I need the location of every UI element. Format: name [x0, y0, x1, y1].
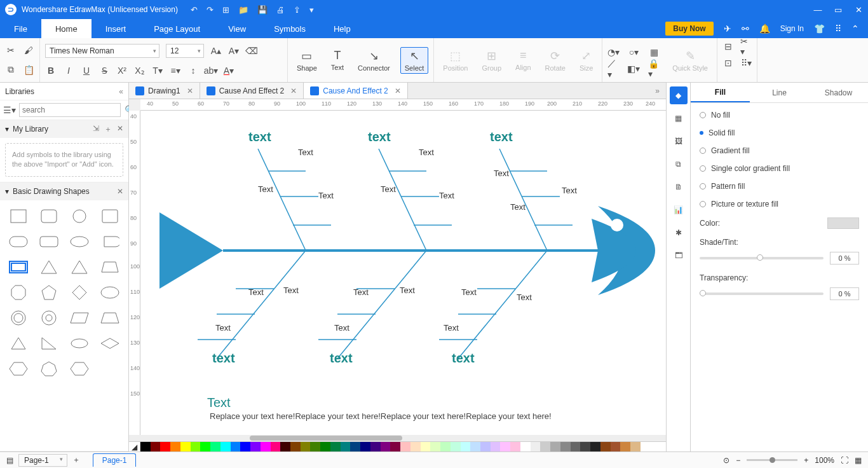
import-icon[interactable]: ⇲	[93, 124, 99, 135]
tab-close-icon[interactable]: ✕	[290, 86, 297, 95]
send-icon[interactable]: ✈	[724, 24, 731, 34]
copy-icon[interactable]: ⧉	[5, 64, 17, 76]
share-icon[interactable]: ⚯	[742, 24, 749, 34]
sub-text[interactable]: Text	[494, 169, 509, 178]
shape-tool[interactable]: ▭Shape	[293, 48, 321, 73]
chevron-down-icon[interactable]: ▾	[5, 125, 9, 134]
menu-home[interactable]: Home	[41, 19, 92, 38]
zoom-slider[interactable]	[747, 459, 797, 461]
addpage-icon[interactable]: ＋	[72, 455, 80, 465]
sub-text[interactable]: Text	[248, 287, 264, 297]
maximize-icon[interactable]: ▭	[834, 5, 843, 15]
shape-roundrect[interactable]	[37, 232, 61, 251]
close-lib-icon[interactable]: ✕	[117, 124, 123, 135]
shape-ellipse[interactable]	[67, 232, 92, 251]
shape-circle[interactable]	[67, 207, 92, 226]
quickstyle-tool[interactable]: ✎Quick Style	[668, 48, 712, 73]
font-select[interactable]: Times New Roman	[45, 44, 159, 58]
rp-tab-line[interactable]: Line	[750, 83, 809, 102]
shape-hexagon[interactable]	[6, 359, 31, 378]
shape-pill[interactable]	[6, 232, 31, 251]
redo-icon[interactable]: ↷	[207, 5, 214, 15]
sub-text[interactable]: Text	[400, 286, 415, 295]
category-top-1[interactable]: text	[248, 130, 271, 144]
category-bot-2[interactable]: text	[330, 351, 353, 366]
shape-parallelogram[interactable]	[67, 308, 92, 327]
sub-text[interactable]: Text	[381, 184, 396, 194]
italic-icon[interactable]: I	[63, 65, 74, 76]
rt-grid-icon[interactable]: ▦	[670, 109, 688, 127]
h-scrollbar[interactable]	[129, 435, 666, 441]
shape-oval[interactable]	[98, 283, 122, 302]
menu-view[interactable]: View	[214, 19, 260, 38]
play-icon[interactable]: ⊙	[723, 456, 729, 465]
save-icon[interactable]: 💾	[257, 5, 268, 15]
textcase-icon[interactable]: T▾	[152, 65, 163, 76]
sub-text[interactable]: Text	[318, 191, 334, 200]
rp-tab-shadow[interactable]: Shadow	[809, 83, 868, 102]
shape-terminator[interactable]	[98, 232, 122, 251]
menu-pagelayout[interactable]: Page Layout	[140, 19, 214, 38]
menu-insert[interactable]: Insert	[92, 19, 140, 38]
shape-triangle[interactable]	[37, 258, 61, 277]
zoom-out-icon[interactable]: −	[736, 456, 740, 465]
buy-now-button[interactable]: Buy Now	[665, 22, 713, 36]
line-icon[interactable]: ／▾	[607, 63, 619, 74]
fitpage-icon[interactable]: ⛶	[841, 456, 848, 465]
bold-icon[interactable]: B	[45, 65, 57, 76]
shape-roundsquare[interactable]	[37, 207, 61, 226]
tab-close-icon[interactable]: ✕	[187, 86, 193, 95]
menu-help[interactable]: Help	[320, 19, 365, 38]
page-select[interactable]: Page-1	[18, 454, 67, 467]
close-icon[interactable]: ✕	[854, 5, 863, 15]
paste-icon[interactable]: 📋	[23, 64, 34, 76]
diagram-title[interactable]: Text	[207, 396, 231, 410]
subscript-icon[interactable]: X₂	[134, 65, 146, 76]
select-tool[interactable]: ↖Select	[400, 47, 429, 74]
shade-value[interactable]: 0 %	[830, 252, 859, 265]
tab-cae1[interactable]: Cause And Effect 2✕	[200, 83, 304, 99]
font-grow-icon[interactable]: A▴	[210, 45, 222, 57]
underline-icon[interactable]: U	[81, 65, 92, 76]
fontsize-select[interactable]: 12	[166, 44, 204, 58]
shadow-icon[interactable]: ◧▾	[628, 63, 639, 74]
theme-icon[interactable]: ▦	[648, 46, 660, 58]
strike-icon[interactable]: S̶	[98, 65, 110, 76]
category-top-2[interactable]: text	[368, 130, 391, 144]
rotate-tool[interactable]: ⟳Rotate	[541, 48, 569, 73]
rt-history-icon[interactable]: 🗔	[670, 247, 688, 265]
tab-drawing1[interactable]: Drawing1✕	[129, 83, 200, 99]
category-bot-3[interactable]: text	[452, 351, 475, 366]
superscript-icon[interactable]: X²	[116, 65, 128, 76]
add-icon[interactable]: ＋	[104, 124, 112, 135]
group-tool[interactable]: ⊞Group	[478, 48, 505, 73]
undo-icon[interactable]: ↶	[191, 5, 198, 15]
distribute-icon[interactable]: ⠿▾	[740, 57, 752, 69]
samewidth-icon[interactable]: ⊟	[722, 41, 734, 52]
format-painter-icon[interactable]: 🖌	[23, 45, 34, 56]
grid-icon[interactable]: ⠿	[835, 24, 841, 34]
shape-ring[interactable]	[37, 308, 61, 327]
highlight-icon[interactable]: ab▾	[205, 65, 217, 76]
library-search-input[interactable]	[19, 103, 121, 117]
position-tool[interactable]: ⬚Position	[439, 48, 471, 73]
shape-frame[interactable]	[6, 258, 31, 277]
crop-icon[interactable]: ✂▾	[740, 41, 752, 52]
signin-link[interactable]: Sign In	[780, 24, 804, 33]
shape-trapezoid2[interactable]	[98, 258, 122, 277]
lock-icon[interactable]: 🔒▾	[648, 63, 660, 74]
fullscreen-icon[interactable]: ▦	[855, 456, 862, 465]
chevron-down-icon[interactable]: ▾	[5, 187, 9, 196]
fill-nofill[interactable]: No fill	[700, 111, 859, 120]
color-swatch[interactable]	[827, 217, 859, 229]
shape-triangle-up[interactable]	[6, 334, 31, 353]
category-bot-1[interactable]: text	[212, 351, 235, 366]
open-icon[interactable]: 📁	[238, 5, 248, 15]
bell-icon[interactable]: 🔔	[759, 24, 770, 34]
shade-slider[interactable]	[700, 257, 824, 259]
rt-layers-icon[interactable]: ⧉	[670, 155, 688, 173]
fill-solid[interactable]: Solid fill	[700, 128, 859, 137]
rp-tab-fill[interactable]: Fill	[691, 83, 750, 102]
size-tool[interactable]: ⤢Size	[576, 48, 597, 73]
sub-text[interactable]: Text	[444, 323, 459, 333]
